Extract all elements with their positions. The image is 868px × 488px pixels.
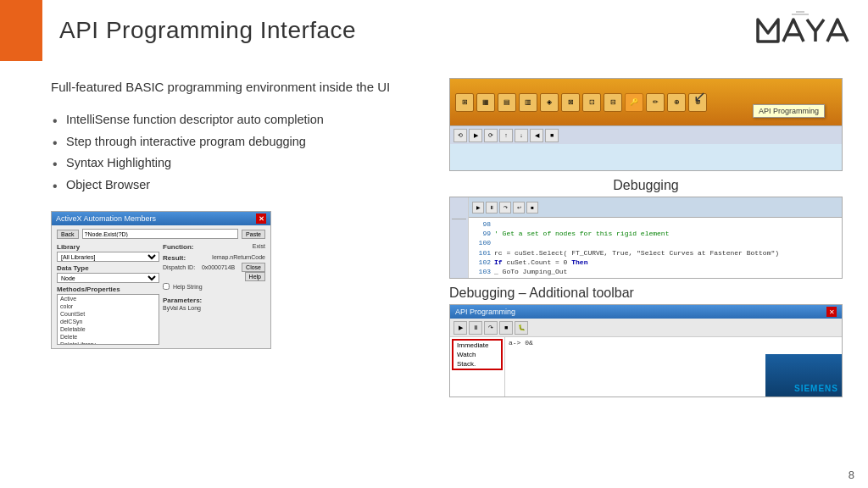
library-select[interactable]: [All Libraries] xyxy=(57,252,159,262)
library-label: Library xyxy=(57,243,159,251)
api2-title: API Programming xyxy=(455,308,515,316)
orange-accent-bar xyxy=(0,0,42,61)
list-item[interactable]: Active xyxy=(58,295,159,302)
api-programming-tooltip: API Programming xyxy=(753,104,825,118)
api-toolbar: ⊞ ▦ ▤ ▥ ◈ ⊠ ⊡ ⊟ 🔑 ✏ ⊕ ⊗ xyxy=(450,79,842,125)
list-item[interactable]: DeleteLibrary xyxy=(58,341,159,345)
list-item[interactable]: delCSyn xyxy=(58,318,159,325)
debug-code-area: 98 99 ' Get a set of nodes for this rigi… xyxy=(469,218,842,278)
api2-close-button[interactable]: ✕ xyxy=(826,307,837,317)
activex-title: ActiveX Automation Members xyxy=(56,214,156,223)
list-item: IntelliSense function descriptor auto co… xyxy=(51,109,415,131)
toolbar-icon: ✏ xyxy=(646,93,665,112)
list-item: Step through interactive program debuggi… xyxy=(51,131,415,153)
debug-right-panel: ▶ ⏸ ↷ ↩ ■ 98 99 ' Get a set of nod xyxy=(469,197,842,278)
help-string-label: Help String xyxy=(173,284,203,290)
list-item[interactable]: color xyxy=(58,302,159,310)
siemens-branding: SIEMENS xyxy=(765,354,842,396)
dispatch-val: 0x0000714B xyxy=(202,264,235,270)
list-item[interactable]: Deletable xyxy=(58,325,159,333)
help-string-checkbox[interactable] xyxy=(163,283,170,290)
toolbar-icon: ⊟ xyxy=(604,93,622,112)
back-button[interactable]: Back xyxy=(57,230,79,239)
debug-toolbar-icon: ■ xyxy=(526,202,538,214)
api2-toolbar-icon: ↷ xyxy=(484,321,498,335)
debug-code-line: 98 xyxy=(472,219,838,229)
debug-code-screenshot: ▶ ⏸ ↷ ↩ ■ 98 99 ' Get a set of nod xyxy=(449,197,843,279)
api2-toolbar-icon: 🐛 xyxy=(515,321,528,335)
toolbar-icon: ⊞ xyxy=(455,93,474,112)
activex-close-button[interactable]: ✕ xyxy=(256,214,266,224)
list-item: Object Browser xyxy=(51,175,415,197)
list-item[interactable]: CountSet xyxy=(58,310,159,318)
toolbar2-icon: ↓ xyxy=(515,129,528,142)
api2-toolbar-icon: ⏸ xyxy=(469,321,482,335)
methods-label: Methods/Properties xyxy=(57,286,159,293)
close-button[interactable]: Close xyxy=(242,263,265,272)
activex-right-col: Function: Exist Result: Iemap.nReturnCod… xyxy=(163,241,265,345)
api2-body: Immediate Watch Stack. a-> 0& SIEMENS xyxy=(450,337,842,396)
intro-text: Full-featured BASIC programming environm… xyxy=(51,78,415,96)
result-label: Result: xyxy=(163,254,186,262)
activex-titlebar: ActiveX Automation Members ✕ xyxy=(52,212,270,225)
help-string-row: Help String xyxy=(163,283,265,290)
paste-button[interactable]: Paste xyxy=(242,230,265,239)
debug-toolbar-icon: ↩ xyxy=(513,202,525,214)
toolbar-icon: 🔑 xyxy=(625,93,643,112)
debugging-label: Debugging xyxy=(449,178,843,193)
watch-menu-item[interactable]: Watch xyxy=(453,350,501,359)
api-programming-screenshot: ⊞ ▦ ▤ ▥ ◈ ⊠ ⊡ ⊟ 🔑 ✏ ⊕ ⊗ ⟲ ▶ ⟳ ↑ ↓ ◀ ■ xyxy=(449,78,843,171)
toolbar2-icon: ■ xyxy=(545,129,559,142)
toolbar-icon: ◈ xyxy=(540,93,559,112)
help-button[interactable]: Help xyxy=(245,272,265,281)
node-input[interactable] xyxy=(82,229,239,239)
methods-list[interactable]: Active color CountSet delCSyn Deletable … xyxy=(57,294,159,345)
additional-toolbar-label: Debugging – Additional toolbar xyxy=(449,286,843,301)
toolbar-icon: ⊠ xyxy=(561,93,580,112)
debug-code-line: 100 xyxy=(472,238,838,247)
toolbar2-icon: ⟲ xyxy=(453,129,467,142)
cursor-arrow-icon: ↙ xyxy=(693,87,706,106)
api2-toolbar-icon: ■ xyxy=(499,321,513,335)
bullet-list: IntelliSense function descriptor auto co… xyxy=(51,109,415,196)
debug-code-line: 101 rc = cuSet.Select( FT_CURVE, True, "… xyxy=(472,248,838,258)
debug-code-line: 103 _ GoTo Jumping_Out xyxy=(472,267,838,276)
debug-toolbar-icon: ↷ xyxy=(499,202,511,214)
toolbar-icon: ▤ xyxy=(498,93,516,112)
toolbar-icon: ▦ xyxy=(476,93,495,112)
debug-content: ▶ ⏸ ↷ ↩ ■ 98 99 ' Get a set of nod xyxy=(450,197,842,278)
toolbar-icon: ▥ xyxy=(519,93,537,112)
function-label: Function: xyxy=(163,243,193,251)
immediate-menu-item[interactable]: Immediate xyxy=(453,341,501,350)
left-column: Full-featured BASIC programming environm… xyxy=(51,78,415,480)
activex-dialog: ActiveX Automation Members ✕ Back Paste … xyxy=(51,211,271,349)
result-val: Iemap.nReturnCode xyxy=(212,254,265,260)
debug-code-line: 99 ' Get a set of nodes for this rigid e… xyxy=(472,229,838,238)
header: API Programming Interface xyxy=(0,0,868,61)
debug-toolbar-icon: ⏸ xyxy=(486,202,498,214)
main-content: Full-featured BASIC programming environm… xyxy=(0,61,868,488)
toolbar2-icon: ▶ xyxy=(469,129,482,142)
toolbar2-icon: ↑ xyxy=(499,129,513,142)
toolbar2-icon: ◀ xyxy=(530,129,543,142)
data-type-select[interactable]: Node xyxy=(57,273,159,283)
activex-nav-row: Back Paste xyxy=(57,229,265,239)
toolbar-icon: ⊕ xyxy=(667,93,686,112)
dispatch-label: Dispatch ID: xyxy=(163,264,195,270)
api2-titlebar: API Programming ✕ xyxy=(450,305,842,319)
gutter-header xyxy=(452,199,466,219)
debug-toolbar-row: ▶ ⏸ ↷ ↩ ■ xyxy=(469,197,842,218)
data-type-label: Data Type xyxy=(57,264,159,272)
list-item: Syntax Highlighting xyxy=(51,152,415,175)
right-column: ⊞ ▦ ▤ ▥ ◈ ⊠ ⊡ ⊟ 🔑 ✏ ⊕ ⊗ ⟲ ▶ ⟳ ↑ ↓ ◀ ■ xyxy=(449,78,843,480)
function-val: Exist xyxy=(253,243,265,249)
api2-toolbar: ▶ ⏸ ↷ ■ 🐛 xyxy=(450,319,842,337)
debug-code-line: 102 If cuSet.Count = 0 Then xyxy=(472,258,838,267)
api-toolbar2: ⟲ ▶ ⟳ ↑ ↓ ◀ ■ xyxy=(450,125,842,144)
activex-left-col: Library [All Libraries] Data Type Node M… xyxy=(57,241,159,345)
list-item[interactable]: Delete xyxy=(58,333,159,341)
stack-menu-item[interactable]: Stack. xyxy=(453,359,501,369)
svg-marker-0 xyxy=(758,19,778,42)
header-left: API Programming Interface xyxy=(0,0,356,61)
page-title: API Programming Interface xyxy=(59,17,356,44)
